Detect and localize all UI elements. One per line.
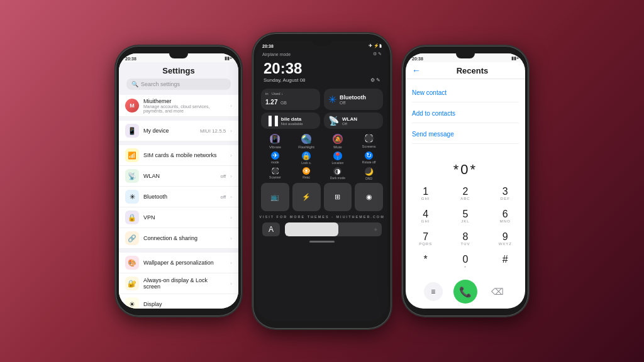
rotate-btn-wrap: ↻ Rotate off — [355, 151, 383, 165]
cc-icons: ⚙ ✎ — [373, 52, 382, 57]
item-text-wallpaper: Wallpaper & personalization — [143, 260, 226, 266]
reader-btn[interactable]: 👁 — [303, 167, 310, 175]
send-message-link[interactable]: Send message — [412, 131, 454, 138]
chevron-connection: › — [230, 236, 232, 241]
item-title-aod: Always-on display & Lock screen — [143, 277, 226, 290]
storage-tile[interactable]: in Used ↓ 1.27 GB — [261, 89, 320, 110]
keyboard-btn[interactable]: A — [262, 222, 280, 236]
brightness-slider[interactable]: ✦ — [285, 222, 382, 236]
mute-btn[interactable]: 🔕 — [333, 134, 343, 144]
delete-button[interactable]: ⌫ — [488, 282, 507, 301]
settings-item-wlan[interactable]: 📡 WLAN off › — [119, 166, 238, 187]
rotate-btn[interactable]: ↻ — [365, 151, 373, 160]
wlan-status: Off — [342, 122, 357, 126]
status-time-center: 20:38 — [262, 44, 274, 48]
letters-0: + — [464, 265, 467, 270]
item-text-mydevice: My device — [143, 128, 196, 134]
chevron-vpn: › — [230, 215, 232, 221]
dial-key-0[interactable]: 0 + — [445, 251, 485, 273]
add-contact-link[interactable]: Add to contacts — [412, 110, 455, 117]
home-indicator-center — [309, 241, 335, 243]
item-text-connection: Connection & sharing — [143, 235, 226, 241]
mute-btn-wrap: 🔕 Mute — [324, 134, 352, 149]
mobile-data-status: Not available — [281, 122, 303, 126]
power-btn[interactable]: ⚡ — [292, 183, 321, 211]
bluetooth-icon: ✳ — [328, 94, 336, 106]
dial-key-star[interactable]: * — [406, 251, 445, 273]
menu-button[interactable]: ≡ — [424, 282, 443, 301]
wlan-tile[interactable]: 📡 WLAN Off — [324, 112, 383, 129]
settings-item-display[interactable]: ☀ Display › — [119, 294, 238, 309]
letters-2: ABC — [460, 197, 470, 202]
mobile-data-tile[interactable]: ▐▐ bile data Not available — [261, 112, 320, 129]
settings-list: M Miuithemer Manage accounts, cloud serv… — [119, 92, 238, 309]
dial-key-8[interactable]: 8 TUV — [445, 228, 485, 251]
vibrate-btn[interactable]: 📳 — [270, 134, 280, 144]
dnd-btn-wrap: 🌙 DND — [355, 167, 383, 180]
search-placeholder: Search settings — [141, 81, 180, 87]
letters-7: PQRS — [419, 242, 432, 247]
location-btn[interactable]: 📍 — [333, 151, 342, 160]
letters-4: GHI — [421, 219, 430, 224]
settings-item-bluetooth[interactable]: ✳ Bluetooth off › — [119, 187, 238, 207]
mobile-data-name: bile data — [281, 116, 303, 122]
cast-btn[interactable]: 📺 — [261, 183, 289, 211]
dial-key-3[interactable]: 3 DEF — [486, 183, 525, 206]
airplane-mode-btn[interactable]: ✈ — [271, 151, 279, 160]
flashlight-btn[interactable]: 🔦 — [301, 134, 311, 144]
settings-item-connection[interactable]: 🔗 Connection & sharing › — [119, 228, 238, 249]
notch-left — [169, 53, 188, 58]
chevron-wallpaper: › — [230, 260, 232, 266]
recents-add-contact[interactable]: Add to contacts — [412, 102, 519, 123]
status-time-left: 20:38 — [125, 57, 136, 61]
lock-btn[interactable]: 🔒 — [302, 151, 311, 160]
dial-key-1[interactable]: 1 GHI — [406, 183, 445, 206]
icon-vpn: 🔒 — [125, 211, 139, 224]
item-text-display: Display — [143, 301, 226, 307]
brightness-fill — [285, 222, 338, 236]
item-text-account: Miuithemer Manage accounts, cloud servic… — [143, 98, 226, 113]
dial-key-hash[interactable]: # — [486, 251, 525, 273]
new-contact-link[interactable]: New contact — [412, 89, 447, 96]
screen-btn[interactable]: ⛶ — [364, 134, 374, 143]
settings-item-mydevice[interactable]: 📱 My device MIUI 12.5.5 › — [119, 121, 238, 141]
settings-item-aod[interactable]: 🔐 Always-on display & Lock screen › — [119, 273, 238, 294]
item-title-wlan: WLAN — [143, 173, 216, 179]
settings-title: Settings — [126, 66, 231, 75]
back-button[interactable]: ← — [412, 65, 421, 75]
dial-key-7[interactable]: 7 PQRS — [406, 228, 445, 251]
battery-left: ▮▮+ — [225, 56, 232, 61]
scanner-btn[interactable]: ⛶ — [271, 167, 279, 175]
dial-key-6[interactable]: 6 MNO — [486, 206, 525, 228]
darkmode-btn[interactable]: ◑ — [333, 167, 341, 175]
keyboard-icon: A — [269, 225, 274, 234]
bluetooth-tile[interactable]: ✳ Bluetooth Off — [324, 89, 383, 110]
recents-send-message[interactable]: Send message — [412, 123, 519, 144]
location-btn-wrap: 📍 Location — [324, 151, 352, 165]
settings-item-sim[interactable]: 📶 SIM cards & mobile networks › — [119, 145, 238, 166]
dialer-header: ← Recents — [406, 62, 525, 79]
nfc-btn[interactable]: ◉ — [355, 183, 383, 211]
dialer-actions: ≡ 📞 ⌫ — [406, 277, 525, 309]
item-text-sim: SIM cards & mobile networks — [143, 152, 226, 158]
call-button[interactable]: 📞 — [453, 280, 477, 304]
cc-bottom-bar: A ✦ — [256, 220, 388, 239]
scanner-btn-wrap: ⛶ Scanner — [261, 167, 289, 180]
letters-6: MNO — [500, 219, 511, 224]
reader-btn-wrap: 👁 Reac — [292, 167, 321, 180]
dial-key-5[interactable]: 5 JKL — [445, 206, 485, 228]
dial-key-9[interactable]: 9 WXYZ — [486, 228, 525, 251]
dial-key-4[interactable]: 4 GHI — [406, 206, 445, 228]
settings-search[interactable]: 🔍 Search settings — [126, 79, 231, 90]
settings-item-wallpaper[interactable]: 🎨 Wallpaper & personalization › — [119, 253, 238, 273]
settings-item-account[interactable]: M Miuithemer Manage accounts, cloud serv… — [119, 95, 238, 117]
screenshot-btn[interactable]: ⊞ — [324, 183, 352, 211]
settings-header: Settings 🔍 Search settings — [119, 62, 238, 92]
settings-item-vpn[interactable]: 🔒 VPN › — [119, 207, 238, 228]
icon-sim: 📶 — [125, 148, 139, 162]
dial-key-2[interactable]: 2 ABC — [445, 183, 485, 206]
wlan-icon: 📡 — [328, 116, 339, 126]
dnd-btn[interactable]: 🌙 — [365, 167, 374, 176]
recents-title: Recents — [426, 66, 519, 75]
recents-new-contact[interactable]: New contact — [412, 82, 519, 102]
